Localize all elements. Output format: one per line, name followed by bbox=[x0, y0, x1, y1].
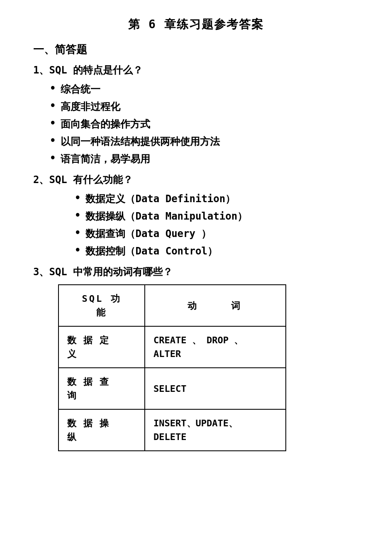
table-cell-verbs-2: SELECT bbox=[145, 368, 285, 409]
page-title: 第 6 章练习题参考答案 bbox=[33, 17, 359, 32]
question-3: 3、SQL 中常用的动词有哪些？ bbox=[33, 265, 359, 279]
list-item: 数据定义（Data Definition） bbox=[75, 192, 359, 205]
list-item: 数据查询（Data Query ） bbox=[75, 227, 359, 240]
table-cell-verbs-3: INSERT、UPDATE、DELETE bbox=[145, 409, 285, 451]
table-cell-function-3: 数 据 操纵 bbox=[58, 409, 145, 451]
section-label: 一、简答题 bbox=[33, 42, 359, 57]
question-2: 2、SQL 有什么功能？ bbox=[33, 173, 359, 186]
table-row: 数 据 操纵 INSERT、UPDATE、DELETE bbox=[58, 409, 286, 451]
q1-answer-list: 综合统一 高度非过程化 面向集合的操作方式 以同一种语法结构提供两种使用方法 语… bbox=[33, 83, 359, 166]
list-item: 数据控制（Data Control） bbox=[75, 244, 359, 258]
list-item: 面向集合的操作方式 bbox=[50, 117, 359, 131]
q2-answer-list: 数据定义（Data Definition） 数据操纵（Data Manipula… bbox=[33, 192, 359, 258]
list-item: 语言简洁，易学易用 bbox=[50, 152, 359, 166]
list-item: 高度非过程化 bbox=[50, 100, 359, 113]
table-row: 数 据 定义 CREATE 、 DROP 、ALTER bbox=[58, 326, 286, 368]
list-item: 综合统一 bbox=[50, 83, 359, 96]
table-cell-function-2: 数 据 查询 bbox=[58, 368, 145, 409]
question-1: 1、SQL 的特点是什么？ bbox=[33, 64, 359, 77]
table-header-col2: 动 词 bbox=[145, 285, 285, 326]
table-header-col1: SQL 功能 bbox=[58, 285, 145, 326]
list-item: 以同一种语法结构提供两种使用方法 bbox=[50, 135, 359, 148]
table-row: 数 据 查询 SELECT bbox=[58, 368, 286, 409]
table-header-row: SQL 功能 动 词 bbox=[58, 285, 286, 326]
table-cell-verbs-1: CREATE 、 DROP 、ALTER bbox=[145, 326, 285, 368]
sql-verbs-table: SQL 功能 动 词 数 据 定义 CREATE 、 DROP 、ALTER 数… bbox=[58, 284, 286, 451]
list-item: 数据操纵（Data Manipulation） bbox=[75, 210, 359, 223]
table-cell-function-1: 数 据 定义 bbox=[58, 326, 145, 368]
